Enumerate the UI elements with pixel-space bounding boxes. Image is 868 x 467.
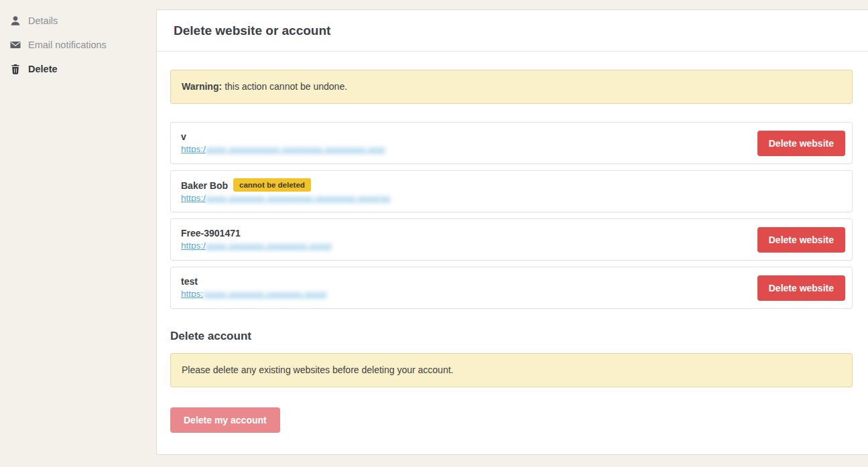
website-name: Free-3901471: [181, 227, 757, 239]
website-info: test https:/aaaa-aaaaaaa.aaaaaaa.aaaa/: [181, 275, 757, 301]
panel-body: Warning:this action cannot be undone. v …: [157, 52, 868, 460]
url-redacted: /aaaa-aaaaaaa.aaaaaaa.aaaa/: [203, 289, 327, 299]
website-list: v https:/aaaa-aaaaaaaaaa-aaaaaaaa.aaaaaa…: [170, 122, 853, 309]
url-redacted: aaaa-aaaaaaa-aaaaaaaaa.aaaaaaaa.aaaa/aa: [206, 193, 391, 203]
delete-website-button[interactable]: Delete website: [757, 227, 845, 253]
delete-my-account-button[interactable]: Delete my account: [170, 407, 280, 433]
website-url-link[interactable]: https:/aaaa-aaaaaaa.aaaaaaaa.aaaa/: [181, 239, 332, 253]
delete-website-button[interactable]: Delete website: [757, 275, 845, 301]
sidebar-item-delete[interactable]: Delete: [10, 62, 156, 76]
sidebar-item-label: Details: [28, 15, 58, 26]
sidebar-item-email-notifications[interactable]: Email notifications: [10, 38, 156, 52]
panel-header: Delete website or account: [157, 10, 868, 52]
notice-text: Please delete any existing websites befo…: [182, 364, 453, 375]
website-url-link[interactable]: https:/aaaa-aaaaaaaaaa-aaaaaaaa.aaaaaaaa…: [181, 143, 385, 156]
website-url-link[interactable]: https:/aaaa-aaaaaaa.aaaaaaa.aaaa/: [181, 287, 327, 301]
sidebar-item-label: Email notifications: [28, 40, 107, 50]
url-redacted: aaaa-aaaaaaaaaa-aaaaaaaa.aaaaaaaa.aaa/: [206, 144, 385, 154]
delete-website-button[interactable]: Delete website: [757, 131, 845, 156]
cannot-be-deleted-badge: cannot be deleted: [233, 178, 311, 192]
website-row: test https:/aaaa-aaaaaaa.aaaaaaa.aaaa/ D…: [170, 267, 853, 309]
website-row: v https:/aaaa-aaaaaaaaaa-aaaaaaaa.aaaaaa…: [170, 122, 853, 164]
url-prefix: https:/: [181, 193, 206, 203]
user-icon: [10, 15, 21, 26]
url-prefix: https:: [181, 289, 203, 299]
delete-account-title: Delete account: [170, 330, 853, 343]
sidebar-item-details[interactable]: Details: [10, 13, 156, 28]
url-redacted: aaaa-aaaaaaa.aaaaaaaa.aaaa/: [206, 241, 332, 251]
settings-sidebar: Details Email notifications Delete: [0, 0, 156, 467]
website-name: Baker Bobcannot be deleted: [181, 178, 845, 192]
delete-account-button-wrap: Delete my account: [170, 407, 853, 433]
website-row: Free-3901471 https:/aaaa-aaaaaaa.aaaaaaa…: [170, 218, 853, 261]
url-prefix: https:/: [181, 241, 206, 251]
website-name: v: [181, 131, 757, 143]
url-prefix: https:/: [181, 144, 206, 154]
page-title: Delete website or account: [174, 23, 851, 38]
website-url-link[interactable]: https:/aaaa-aaaaaaa-aaaaaaaaa.aaaaaaaa.a…: [181, 192, 390, 205]
sidebar-item-label: Delete: [28, 64, 58, 74]
website-name: test: [181, 275, 757, 287]
delete-settings-panel: Delete website or account Warning:this a…: [156, 9, 868, 455]
website-info: Baker Bobcannot be deleted https:/aaaa-a…: [181, 178, 845, 205]
website-row: Baker Bobcannot be deleted https:/aaaa-a…: [170, 170, 853, 212]
website-info: Free-3901471 https:/aaaa-aaaaaaa.aaaaaaa…: [181, 227, 757, 253]
delete-account-notice: Please delete any existing websites befo…: [170, 353, 853, 387]
website-info: v https:/aaaa-aaaaaaaaaa-aaaaaaaa.aaaaaa…: [181, 131, 757, 156]
trash-icon: [10, 64, 21, 74]
warning-text: this action cannot be undone.: [225, 81, 347, 92]
warning-label: Warning:: [182, 81, 222, 92]
warning-banner: Warning:this action cannot be undone.: [170, 70, 853, 104]
envelope-icon: [10, 40, 21, 50]
